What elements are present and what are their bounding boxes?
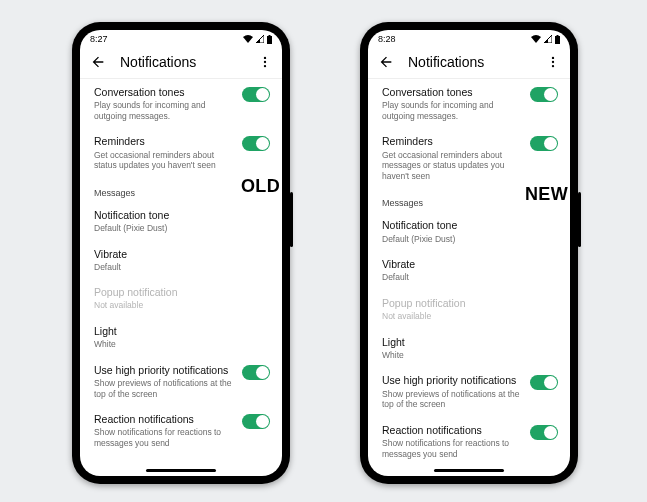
status-time: 8:28: [378, 34, 396, 44]
page-title: Notifications: [120, 54, 258, 70]
back-button[interactable]: [90, 54, 106, 70]
setting-subtitle: Play sounds for incoming and outgoing me…: [94, 100, 232, 121]
setting-title: Use high priority notifications: [94, 364, 232, 377]
toggle-switch[interactable]: [530, 425, 558, 440]
status-time: 8:27: [90, 34, 108, 44]
setting-subtitle: Show notifications for reactions to mess…: [382, 438, 520, 459]
toggle-switch[interactable]: [242, 136, 270, 151]
setting-title: Popup notification: [94, 286, 268, 299]
toggle-switch[interactable]: [242, 365, 270, 380]
svg-point-4: [264, 65, 266, 67]
screen: 8:28 Notifications Conversation tones Pl…: [368, 30, 570, 476]
setting-title: Notification tone: [94, 209, 268, 222]
settings-list[interactable]: Conversation tones Play sounds for incom…: [368, 79, 570, 476]
battery-icon: [555, 35, 560, 44]
setting-title: Reaction notifications: [94, 413, 232, 426]
back-button[interactable]: [378, 54, 394, 70]
setting-title: Popup notification: [382, 297, 556, 310]
more-vert-icon: [258, 55, 272, 69]
nav-handle[interactable]: [146, 469, 216, 472]
setting-subtitle: Default: [382, 272, 556, 283]
appbar: Notifications: [80, 48, 282, 79]
more-vert-icon: [546, 55, 560, 69]
setting-conversation-tones[interactable]: Conversation tones Play sounds for incom…: [368, 79, 570, 128]
nav-handle[interactable]: [434, 469, 504, 472]
setting-subtitle: Show notifications for reactions to mess…: [94, 427, 232, 448]
setting-reminders[interactable]: Reminders Get occasional reminders about…: [368, 128, 570, 188]
setting-subtitle: Default (Pixie Dust): [382, 234, 556, 245]
overflow-menu-button[interactable]: [258, 55, 272, 69]
status-icons: [243, 35, 272, 44]
setting-title: Vibrate: [382, 258, 556, 271]
svg-point-9: [552, 65, 554, 67]
badge-old: OLD: [241, 176, 280, 197]
setting-subtitle: Not available: [94, 300, 268, 311]
battery-icon: [267, 35, 272, 44]
status-icons: [531, 35, 560, 44]
svg-rect-6: [557, 35, 559, 36]
setting-vibrate[interactable]: Vibrate Default: [368, 251, 570, 290]
page-title: Notifications: [408, 54, 546, 70]
svg-point-7: [552, 57, 554, 59]
setting-subtitle: Play sounds for incoming and outgoing me…: [382, 100, 520, 121]
setting-subtitle: Show previews of notifications at the to…: [382, 389, 520, 410]
setting-subtitle: Default (Pixie Dust): [94, 223, 268, 234]
wifi-icon: [243, 35, 253, 43]
setting-subtitle: Get occasional reminders about messages …: [382, 150, 520, 182]
setting-title: Conversation tones: [382, 86, 520, 99]
setting-light[interactable]: Light White: [80, 318, 282, 357]
setting-title: Reaction notifications: [382, 424, 520, 437]
svg-point-3: [264, 61, 266, 63]
toggle-switch[interactable]: [530, 136, 558, 151]
arrow-back-icon: [378, 54, 394, 70]
setting-notification-tone[interactable]: Notification tone Default (Pixie Dust): [368, 212, 570, 251]
screen: 8:27 Notifications Conversation tones Pl…: [80, 30, 282, 476]
signal-icon: [544, 35, 552, 43]
toggle-switch[interactable]: [530, 375, 558, 390]
setting-title: Notification tone: [382, 219, 556, 232]
setting-popup-notification: Popup notification Not available: [368, 290, 570, 329]
setting-reaction-notifications[interactable]: Reaction notifications Show notification…: [80, 406, 282, 455]
phone-old: 8:27 Notifications Conversation tones Pl…: [72, 22, 290, 484]
setting-title: Conversation tones: [94, 86, 232, 99]
setting-conversation-tones[interactable]: Conversation tones Play sounds for incom…: [80, 79, 282, 128]
setting-vibrate[interactable]: Vibrate Default: [80, 241, 282, 280]
toggle-switch[interactable]: [242, 87, 270, 102]
signal-icon: [256, 35, 264, 43]
setting-subtitle: White: [382, 350, 556, 361]
svg-point-8: [552, 61, 554, 63]
setting-title: Light: [382, 336, 556, 349]
settings-list[interactable]: Conversation tones Play sounds for incom…: [80, 79, 282, 476]
overflow-menu-button[interactable]: [546, 55, 560, 69]
svg-point-2: [264, 57, 266, 59]
setting-title: Reminders: [382, 135, 520, 148]
statusbar: 8:27: [80, 30, 282, 48]
setting-notification-tone[interactable]: Notification tone Default (Pixie Dust): [80, 202, 282, 241]
setting-reaction-notifications[interactable]: Reaction notifications Show notification…: [368, 417, 570, 466]
setting-subtitle: Show previews of notifications at the to…: [94, 378, 232, 399]
setting-title: Reminders: [94, 135, 232, 148]
toggle-switch[interactable]: [242, 414, 270, 429]
arrow-back-icon: [90, 54, 106, 70]
wifi-icon: [531, 35, 541, 43]
setting-title: Use high priority notifications: [382, 374, 520, 387]
appbar: Notifications: [368, 48, 570, 79]
svg-rect-5: [555, 36, 560, 44]
setting-subtitle: Get occasional reminders about status up…: [94, 150, 232, 171]
phone-new: 8:28 Notifications Conversation tones Pl…: [360, 22, 578, 484]
svg-rect-1: [269, 35, 271, 36]
statusbar: 8:28: [368, 30, 570, 48]
setting-light[interactable]: Light White: [368, 329, 570, 368]
setting-title: Light: [94, 325, 268, 338]
svg-rect-0: [267, 36, 272, 44]
setting-reminders[interactable]: Reminders Get occasional reminders about…: [80, 128, 282, 177]
setting-popup-notification: Popup notification Not available: [80, 279, 282, 318]
setting-high-priority[interactable]: Use high priority notifications Show pre…: [368, 367, 570, 416]
setting-title: Vibrate: [94, 248, 268, 261]
setting-subtitle: Not available: [382, 311, 556, 322]
setting-subtitle: White: [94, 339, 268, 350]
badge-new: NEW: [525, 184, 568, 205]
toggle-switch[interactable]: [530, 87, 558, 102]
setting-high-priority[interactable]: Use high priority notifications Show pre…: [80, 357, 282, 406]
setting-subtitle: Default: [94, 262, 268, 273]
